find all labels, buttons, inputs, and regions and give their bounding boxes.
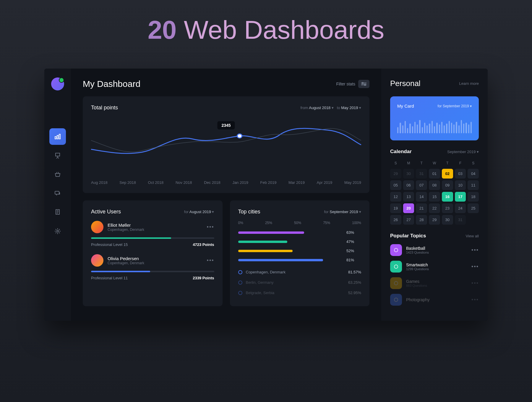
topics-title: Popular Topics (390, 233, 426, 239)
topic-item[interactable]: Photography ••• (390, 294, 479, 306)
more-icon[interactable]: ••• (207, 257, 214, 264)
line-chart[interactable]: 2345 (91, 117, 361, 176)
topic-item[interactable]: Smartwatch 1299 Questions ••• (390, 261, 479, 273)
gear-icon (54, 228, 61, 235)
svg-point-12 (394, 281, 398, 285)
svg-point-13 (394, 298, 398, 302)
city-bar: 81% (238, 258, 361, 262)
calendar-day[interactable]: 12 (390, 192, 401, 202)
my-card-date[interactable]: for September 2019 ▾ (438, 104, 472, 108)
view-all-link[interactable]: View all (466, 234, 479, 238)
page-title: My Dashboard (83, 79, 140, 89)
from-date[interactable]: August 2018 (309, 106, 330, 110)
calendar-day[interactable]: 01 (429, 169, 440, 179)
calendar-day[interactable]: 24 (455, 203, 466, 213)
calendar-title: Calendar (390, 149, 412, 155)
active-users-date[interactable]: August 2019 (189, 210, 211, 214)
calendar-day[interactable]: 18 (468, 192, 479, 202)
learn-more-link[interactable]: Learn more (459, 81, 479, 86)
to-date[interactable]: May 2019 (341, 106, 358, 110)
nav-chat[interactable] (49, 185, 66, 202)
calendar-day[interactable]: 31 (455, 215, 466, 225)
bar-chart-icon (54, 133, 61, 140)
document-icon (54, 209, 61, 216)
topic-icon (390, 294, 402, 306)
calendar-day[interactable]: 09 (442, 180, 453, 190)
topic-item[interactable]: Games 883 Questions ••• (390, 277, 479, 289)
city-row[interactable]: Copenhagen, Denmark 81.57% (238, 267, 361, 277)
calendar-dow: T (442, 159, 453, 167)
user-avatar-small[interactable] (91, 254, 103, 267)
calendar-month[interactable]: September 2019 ▾ (447, 150, 479, 154)
calendar-day[interactable]: 28 (416, 215, 427, 225)
top-cities-card: Top cities for September 2019 ▾ 0%25%50%… (230, 200, 370, 306)
calendar-day[interactable]: 05 (390, 180, 401, 190)
calendar-day[interactable]: 14 (416, 192, 427, 202)
app-window: My Dashboard Filter stats Total points f… (44, 69, 488, 321)
calendar-day[interactable]: 11 (468, 180, 479, 190)
calendar-day[interactable]: 06 (403, 180, 414, 190)
more-icon[interactable]: ••• (471, 297, 479, 303)
calendar-day[interactable]: 07 (416, 180, 427, 190)
calendar-day[interactable]: 26 (390, 215, 401, 225)
calendar-day[interactable]: 10 (455, 180, 466, 190)
user-level: Professional Level 11 (91, 276, 128, 280)
nav-dashboard[interactable] (49, 128, 66, 145)
date-range: from August 2018 ▾ to May 2019 ▾ (300, 106, 361, 110)
user-avatar-small[interactable] (91, 221, 103, 233)
city-row[interactable]: Berlin, Germany 63.25% (238, 277, 361, 288)
more-icon[interactable]: ••• (471, 280, 479, 286)
calendar-day[interactable]: 31 (416, 169, 427, 179)
calendar-day[interactable]: 23 (442, 203, 453, 213)
calendar-day[interactable]: 27 (403, 215, 414, 225)
active-users-card: Active Users for August 2019 ▾ Elliot Mø… (83, 200, 223, 306)
calendar-day[interactable]: 19 (390, 203, 401, 213)
active-users-title: Active Users (91, 209, 121, 215)
calendar-day[interactable]: 16 (442, 192, 453, 202)
calendar-dow: W (429, 159, 440, 167)
calendar-day[interactable]: 17 (455, 192, 466, 202)
hero-number: 20 (148, 15, 177, 44)
calendar-day[interactable]: 21 (416, 203, 427, 213)
calendar-day[interactable]: 29 (390, 169, 401, 179)
calendar-day[interactable]: 03 (455, 169, 466, 179)
svg-rect-0 (55, 137, 56, 139)
top-cities-date[interactable]: September 2019 (330, 210, 358, 214)
city-row[interactable]: Belgrade, Serbia 52.95% (238, 288, 361, 298)
my-card[interactable]: My Card for September 2019 ▾ (390, 96, 479, 140)
calendar-day[interactable]: 30 (442, 215, 453, 225)
nav-docs[interactable] (49, 204, 66, 221)
nav-settings[interactable] (49, 223, 66, 239)
user-avatar[interactable] (51, 77, 64, 90)
calendar-day[interactable]: 02 (442, 169, 453, 179)
topic-icon (390, 277, 402, 289)
topic-icon (390, 244, 402, 256)
sidebar (44, 69, 71, 321)
sparkline-chart (397, 116, 472, 133)
svg-point-8 (364, 84, 366, 85)
basket-icon (54, 171, 61, 178)
calendar-day[interactable]: 30 (403, 169, 414, 179)
nav-cart[interactable] (49, 166, 66, 183)
nav-presentation[interactable] (49, 147, 66, 164)
user-location: Copenhagen, Denmark (108, 261, 203, 265)
calendar-day[interactable]: 04 (468, 169, 479, 179)
calendar-day[interactable]: 08 (429, 180, 440, 190)
filter-stats-button[interactable]: Filter stats (336, 80, 369, 88)
calendar-day[interactable]: 20 (403, 203, 414, 213)
more-icon[interactable]: ••• (471, 264, 479, 270)
svg-rect-4 (55, 191, 59, 194)
calendar-dow: S (390, 159, 401, 167)
calendar-day[interactable]: 25 (468, 203, 479, 213)
more-icon[interactable]: ••• (471, 247, 479, 253)
topic-item[interactable]: Basketball 1423 Questions ••• (390, 244, 479, 256)
svg-point-7 (362, 82, 363, 84)
calendar-day[interactable]: 22 (429, 203, 440, 213)
progress-bar (91, 237, 214, 239)
topic-icon (390, 261, 402, 273)
calendar-day[interactable]: 15 (429, 192, 440, 202)
filter-label: Filter stats (336, 82, 355, 86)
more-icon[interactable]: ••• (207, 224, 214, 230)
calendar-day[interactable]: 13 (403, 192, 414, 202)
calendar-day[interactable]: 29 (429, 215, 440, 225)
